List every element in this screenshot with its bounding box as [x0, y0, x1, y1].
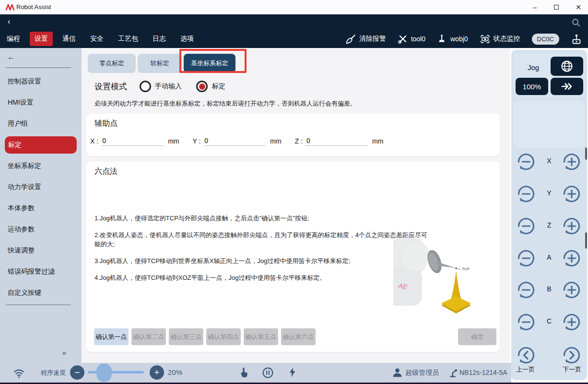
maximize-button[interactable]: [547, 0, 566, 14]
sidebar-item-body-params[interactable]: 本体参数: [0, 198, 82, 219]
jog-b-minus-button[interactable]: [517, 280, 536, 300]
close-button[interactable]: ✕: [569, 0, 588, 14]
jog-step-mode-button[interactable]: [551, 78, 583, 95]
speed-increase-button[interactable]: +: [150, 365, 164, 380]
jog-x-plus-button[interactable]: [562, 152, 581, 171]
nav-back-button[interactable]: ‹: [8, 17, 10, 26]
instruction-step-2: 2.改变机器人姿态，使机器人尽量以不同的姿态接触外部尖端点，且为了获得更高的标定…: [94, 230, 428, 249]
next-page-label: 下一页: [563, 365, 581, 374]
confirm-point-5-button[interactable]: 确认第五点: [244, 328, 278, 345]
jog-speed-button[interactable]: 100%: [516, 78, 548, 95]
jog-c-plus-button[interactable]: [562, 312, 581, 332]
jog-axis-row-x: X: [511, 152, 587, 171]
current-user-label: 超级管理员: [405, 369, 439, 377]
radio-selected-dot: [199, 84, 205, 90]
jog-c-minus-button[interactable]: [517, 312, 536, 332]
minimize-button[interactable]: –: [525, 0, 544, 14]
speed-slider-thumb[interactable]: [96, 363, 112, 382]
tab-zero-calibration[interactable]: 零点标定: [88, 54, 136, 73]
sidebar-collapse-button[interactable]: «: [62, 348, 66, 357]
sidebar-item-controller-settings[interactable]: 控制器设置: [0, 71, 82, 92]
sidebar-item-dynamics-settings[interactable]: 动力学设置: [0, 177, 82, 198]
jog-axis-row-c: C: [511, 312, 587, 332]
confirm-point-1-button[interactable]: 确认第一点: [94, 328, 129, 345]
radio-manual-label[interactable]: 手动输入: [155, 82, 182, 91]
lightning-icon[interactable]: [287, 366, 299, 378]
joystick-icon[interactable]: [571, 33, 582, 45]
user-icon: [391, 367, 403, 379]
sidebar-back-button[interactable]: ←: [7, 53, 15, 61]
nav-right-cluster: 清除报警 tool0 wobj0: [345, 32, 582, 46]
scrollbar-thumb[interactable]: [585, 232, 587, 249]
search-icon[interactable]: [571, 17, 581, 28]
scrollbar-thumb[interactable]: [585, 147, 587, 160]
sidebar-item-hmi-settings[interactable]: HMI设置: [0, 92, 82, 113]
confirm-point-4-button[interactable]: 确认第四点: [206, 328, 241, 345]
jog-world-frame-button[interactable]: [551, 57, 583, 76]
sidebar-item-calibration[interactable]: 标定: [5, 136, 77, 154]
tools-icon: [398, 34, 408, 44]
radio-calibrate[interactable]: [196, 81, 208, 92]
sidebar-item-error-filter[interactable]: 错误码报警过滤: [0, 261, 82, 282]
hand-pointer-icon[interactable]: [238, 366, 250, 379]
program-speed-label: 程序速度: [41, 369, 66, 377]
nav-item-programming[interactable]: 编程: [7, 35, 20, 43]
sidebar-item-custom-keys[interactable]: 自定义按键: [0, 282, 82, 303]
bottom-status-bar: 程序速度 − + 20% 超级管理员 NB12s-1214-5A: [0, 363, 511, 383]
sidebar-item-user-group[interactable]: 用户组: [0, 113, 82, 134]
nav-item-process-pack[interactable]: 工艺包: [118, 35, 138, 43]
prev-page-button[interactable]: [517, 346, 536, 365]
sidebar-item-motion-params[interactable]: 运动参数: [0, 219, 82, 240]
confirm-point-6-button[interactable]: 确认第六点: [281, 328, 316, 345]
pause-icon[interactable]: [262, 367, 274, 379]
aux-field-z: Z : mm: [295, 137, 384, 146]
sidebar-divider-top: [6, 67, 71, 68]
jog-y-minus-button[interactable]: [517, 184, 536, 204]
aux-y-input[interactable]: [203, 137, 266, 146]
jog-z-plus-button[interactable]: [562, 216, 581, 236]
jog-a-minus-button[interactable]: [517, 249, 536, 268]
jog-axis-row-b: B: [511, 280, 587, 300]
jog-a-plus-button[interactable]: [562, 249, 581, 268]
jog-y-plus-button[interactable]: [562, 184, 581, 204]
aux-card-title: 辅助点: [94, 119, 118, 129]
confirm-point-2-button[interactable]: 确认第二点: [131, 328, 166, 345]
wifi-icon: [12, 366, 25, 379]
fast-forward-icon: [560, 81, 574, 92]
clear-alarm-button[interactable]: 清除报警: [345, 34, 386, 45]
speed-decrease-button[interactable]: −: [70, 365, 84, 380]
radio-manual-input[interactable]: [140, 81, 151, 92]
jog-z-minus-button[interactable]: [517, 216, 536, 236]
aux-x-input[interactable]: [101, 137, 164, 146]
nav-item-settings[interactable]: 设置: [30, 32, 53, 46]
tab-soft-calibration[interactable]: 软标定: [138, 54, 182, 73]
jog-b-plus-button[interactable]: [562, 280, 581, 300]
instruction-step-3: 3.Jog机器人，使得TCP移动到世界坐标系X轴正向上一点，Jog过程中使用笛卡…: [94, 256, 428, 265]
sidebar-list: 控制器设置 HMI设置 用户组 标定 坐标系标定 动力学设置 本体参数 运动参数…: [0, 71, 82, 303]
nav-item-options[interactable]: 选项: [180, 35, 194, 43]
tool-selector[interactable]: tool0: [398, 34, 425, 44]
eye-icon: [480, 34, 491, 45]
aux-field-x: X : mm: [90, 137, 179, 146]
confirm-point-3-button[interactable]: 确认第三点: [169, 328, 203, 345]
sidebar-item-quick-adjust[interactable]: 快速调整: [0, 240, 82, 261]
nav-item-communication[interactable]: 通信: [62, 35, 76, 43]
jog-axis-label-x: X: [541, 157, 557, 165]
six-card-title: 六点法: [94, 167, 118, 177]
radio-calibrate-label[interactable]: 标定: [212, 82, 225, 91]
tab-base-frame-calibration[interactable]: 基坐标系标定: [184, 54, 235, 73]
nav-item-safety[interactable]: 安全: [90, 35, 104, 43]
sidebar-item-coord-calibration[interactable]: 坐标系标定: [0, 156, 82, 177]
top-nav: ‹ 编程 设置 通信 安全 工艺包 日志 选项 清除报警: [0, 14, 588, 48]
next-page-button[interactable]: [562, 346, 581, 365]
jog-x-minus-button[interactable]: [517, 152, 536, 171]
robot-model-label: NB12s-1214-5A: [459, 369, 507, 376]
workobject-icon: [437, 34, 447, 44]
mode-badge[interactable]: DC0C: [532, 34, 559, 45]
mode-label: 设置模式: [94, 81, 127, 92]
nav-item-log[interactable]: 日志: [153, 35, 166, 43]
status-monitor-button[interactable]: 状态监控: [480, 34, 520, 45]
aux-z-input[interactable]: [306, 137, 368, 146]
confirm-button[interactable]: 确定: [458, 328, 496, 345]
workobject-selector[interactable]: wobj0: [437, 34, 468, 44]
